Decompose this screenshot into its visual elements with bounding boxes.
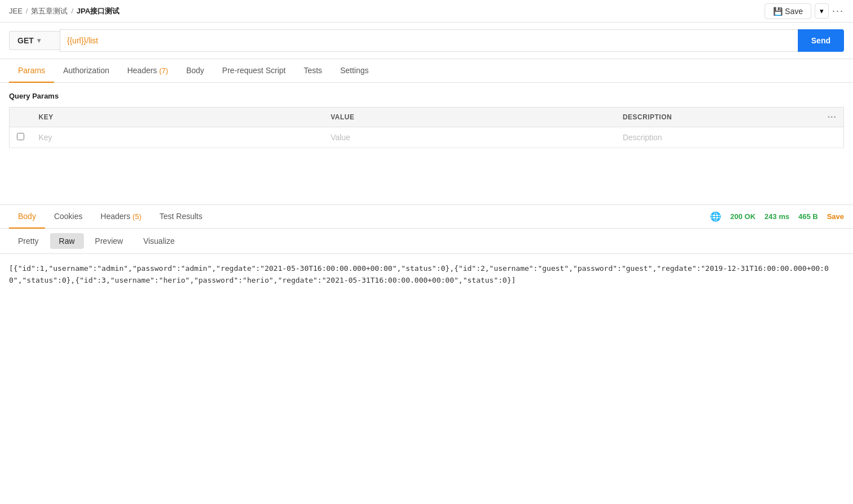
params-value-placeholder: Value [331,133,350,142]
response-tab-cookies-label: Cookies [54,212,83,221]
response-body-text: [{"id":1,"username":"admin","password":"… [9,263,844,287]
method-label: GET [17,36,34,45]
query-params-title: Query Params [9,92,844,100]
tab-tests-label: Tests [303,66,322,75]
tab-settings[interactable]: Settings [331,59,378,83]
tab-body-label: Body [186,66,204,75]
query-params-section: Query Params KEY VALUE DESCRIPTION ··· K… [0,83,853,148]
response-tabs-bar: Body Cookies Headers (5) Test Results 🌐 … [0,205,853,229]
response-tab-cookies[interactable]: Cookies [45,205,92,229]
response-status: 🌐 200 OK 243 ms 465 B Save [710,211,844,222]
tab-body[interactable]: Body [177,59,213,83]
params-desc-placeholder: Description [623,133,662,142]
url-input[interactable] [60,29,798,52]
breadcrumb-current: JPA接口测试 [77,6,119,16]
breadcrumb-sep-1: / [26,7,28,15]
response-tab-body-label: Body [18,212,36,221]
globe-icon[interactable]: 🌐 [710,211,721,222]
format-tab-pretty[interactable]: Pretty [9,233,48,249]
tab-headers[interactable]: Headers (7) [118,59,177,83]
method-chevron-icon: ▾ [37,37,41,44]
save-label: Save [785,7,803,16]
more-options-button[interactable]: ··· [832,5,844,17]
save-dropdown-button[interactable]: ▾ [815,3,829,19]
tab-authorization[interactable]: Authorization [54,59,118,83]
format-tab-raw[interactable]: Raw [50,233,84,249]
format-tab-preview[interactable]: Preview [86,233,132,249]
tab-pre-request-label: Pre-request Script [222,66,286,75]
tab-settings-label: Settings [340,66,369,75]
breadcrumb-jee[interactable]: JEE [9,7,23,15]
col-more-icon: ··· [828,112,837,122]
tab-headers-label: Headers [127,66,157,75]
method-selector[interactable]: GET ▾ [9,31,60,50]
breadcrumb-sep-2: / [71,7,73,15]
tab-headers-badge: (7) [159,66,168,75]
params-key-col-header: KEY [32,108,324,127]
response-tab-headers-badge: (5) [132,212,141,221]
params-table: KEY VALUE DESCRIPTION ··· Key Value [9,107,844,148]
status-code: 200 OK [730,212,756,221]
response-tab-headers[interactable]: Headers (5) [92,205,151,229]
status-size: 465 B [798,212,818,221]
params-checkbox-col-header [10,108,32,127]
top-bar: JEE / 第五章测试 / JPA接口测试 💾 Save ▾ ··· [0,0,853,23]
tab-pre-request-script[interactable]: Pre-request Script [213,59,295,83]
format-tabs-bar: Pretty Raw Preview Visualize [0,229,853,254]
format-tab-visualize[interactable]: Visualize [134,233,184,249]
params-desc-col-header: DESCRIPTION [616,108,821,127]
response-tab-test-results[interactable]: Test Results [150,205,211,229]
params-row-checkbox [10,127,32,148]
params-empty-row: Key Value Description [10,127,844,148]
response-section: Body Cookies Headers (5) Test Results 🌐 … [0,204,853,322]
save-icon: 💾 [773,7,783,16]
response-save-button[interactable]: Save [827,212,844,221]
top-bar-actions: 💾 Save ▾ ··· [765,3,844,19]
request-tabs-bar: Params Authorization Headers (7) Body Pr… [0,59,853,83]
params-key-cell[interactable]: Key [32,127,324,148]
response-tab-headers-label: Headers [101,212,131,221]
send-button[interactable]: Send [798,29,844,52]
tab-params-label: Params [18,66,45,75]
breadcrumb: JEE / 第五章测试 / JPA接口测试 [9,6,119,16]
response-body: [{"id":1,"username":"admin","password":"… [0,254,853,322]
params-value-cell[interactable]: Value [324,127,616,148]
params-row-actions [821,127,844,148]
request-bar: GET ▾ Send [0,23,853,59]
status-time: 243 ms [765,212,789,221]
params-actions-col-header: ··· [821,108,844,127]
response-tabs: Body Cookies Headers (5) Test Results [9,205,212,228]
params-value-col-header: VALUE [324,108,616,127]
params-checkbox[interactable] [17,133,24,140]
params-key-placeholder: Key [39,133,52,142]
save-button[interactable]: 💾 Save [765,3,811,19]
params-desc-cell[interactable]: Description [616,127,821,148]
tab-authorization-label: Authorization [63,66,109,75]
empty-area [0,148,853,204]
tab-params[interactable]: Params [9,59,54,83]
tab-tests[interactable]: Tests [294,59,331,83]
response-tab-body[interactable]: Body [9,205,45,229]
response-tab-test-results-label: Test Results [159,212,202,221]
breadcrumb-chapter[interactable]: 第五章测试 [31,6,68,16]
chevron-down-icon: ▾ [820,7,824,15]
